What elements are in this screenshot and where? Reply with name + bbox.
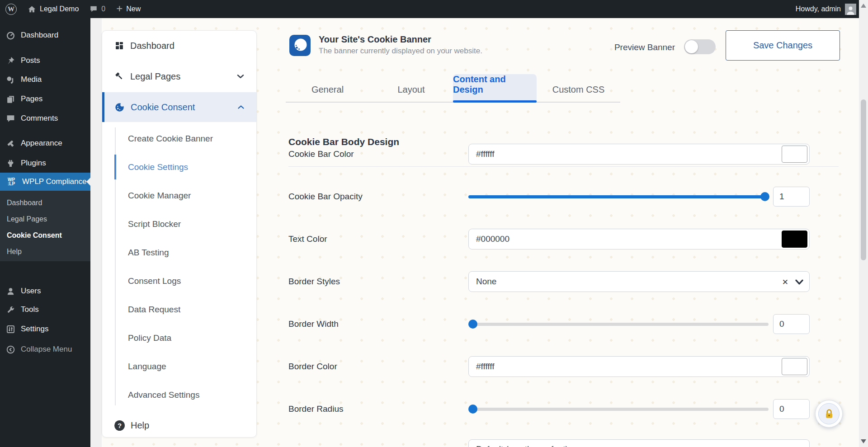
dashboard-gauge-icon bbox=[6, 31, 15, 40]
font-select-partial[interactable]: Default (use theme font) bbox=[468, 439, 810, 447]
tab-custom-css[interactable]: Custom CSS bbox=[537, 74, 620, 102]
site-name-link[interactable]: Legal Demo bbox=[22, 0, 84, 18]
padlock-icon bbox=[823, 408, 835, 420]
border-radius-slider[interactable] bbox=[468, 408, 769, 411]
sidebar-item-pages[interactable]: Pages bbox=[0, 89, 90, 108]
sidebar-item-users[interactable]: Users bbox=[0, 282, 90, 301]
text-color-swatch[interactable] bbox=[782, 231, 807, 248]
wplp-submenu-legal-pages[interactable]: Legal Pages bbox=[0, 211, 90, 227]
admin-sidebar-menu: Dashboard Posts Media Pages Comments App… bbox=[0, 18, 90, 447]
plugin-subnav-ab-testing[interactable]: AB Testing bbox=[102, 238, 256, 267]
sidebar-item-tools[interactable]: Tools bbox=[0, 300, 90, 319]
border-color-swatch[interactable] bbox=[782, 358, 807, 375]
cookie-bar-opacity-value[interactable]: 1 bbox=[773, 187, 810, 207]
gavel-icon bbox=[114, 71, 124, 81]
border-radius-value[interactable]: 0 bbox=[773, 399, 810, 419]
collapse-menu-button[interactable]: Collapse Menu bbox=[0, 340, 90, 359]
plugin-subnav-consent-logs[interactable]: Consent Logs bbox=[102, 267, 256, 295]
plugin-nav-dashboard[interactable]: Dashboard bbox=[102, 33, 256, 59]
tab-content-and-design[interactable]: Content and Design bbox=[453, 74, 537, 102]
scrollbar-thumb[interactable] bbox=[861, 99, 866, 260]
wplp-submenu-help[interactable]: Help bbox=[0, 244, 90, 260]
sidebar-item-media[interactable]: Media bbox=[0, 70, 90, 89]
home-icon bbox=[28, 5, 36, 14]
comments-icon bbox=[6, 114, 15, 123]
plugin-subnav-script-blocker[interactable]: Script Blocker bbox=[102, 210, 256, 238]
comments-bubble-link[interactable]: 0 bbox=[84, 0, 111, 18]
pages-icon bbox=[6, 94, 15, 104]
sidebar-item-posts[interactable]: Posts bbox=[0, 51, 90, 70]
plugin-subnav-data-request[interactable]: Data Request bbox=[102, 295, 256, 324]
cookie-bar-opacity-slider[interactable] bbox=[468, 195, 769, 198]
users-icon bbox=[6, 287, 15, 296]
pushpin-icon bbox=[6, 56, 15, 66]
preview-banner-label: Preview Banner bbox=[601, 42, 675, 52]
plugin-nav-legal-pages[interactable]: Legal Pages bbox=[102, 63, 256, 89]
cookie-bar-color-input[interactable]: #ffffff bbox=[468, 144, 810, 165]
cookie-banner-icon bbox=[289, 35, 311, 56]
cookie-bar-opacity-thumb[interactable] bbox=[760, 192, 769, 201]
plugin-subnav-cookie-settings[interactable]: Cookie Settings bbox=[102, 153, 256, 181]
sidebar-item-plugins[interactable]: Plugins bbox=[0, 154, 90, 173]
plugin-subnav-policy-data[interactable]: Policy Data bbox=[102, 324, 256, 352]
new-content-menu[interactable]: + New bbox=[111, 0, 146, 18]
chevron-down-icon bbox=[794, 277, 805, 287]
tab-layout[interactable]: Layout bbox=[369, 74, 453, 102]
account-menu[interactable]: Howdy, admin bbox=[796, 0, 856, 18]
save-changes-button[interactable]: Save Changes bbox=[726, 30, 840, 61]
preview-banner-toggle[interactable] bbox=[684, 39, 716, 54]
help-icon: ? bbox=[114, 420, 125, 431]
sidebar-item-comments[interactable]: Comments bbox=[0, 109, 90, 128]
wordpress-admin-screen: W Legal Demo 0 + New Howdy, admin bbox=[0, 0, 868, 447]
avatar bbox=[845, 4, 856, 15]
text-color-input[interactable]: #000000 bbox=[468, 229, 810, 249]
plus-icon: + bbox=[116, 4, 123, 13]
border-color-input[interactable]: #ffffff bbox=[468, 356, 810, 377]
chevron-up-icon bbox=[236, 103, 245, 112]
wrench-icon bbox=[6, 305, 15, 315]
cookie-bar-color-swatch[interactable] bbox=[782, 146, 807, 163]
tab-general[interactable]: General bbox=[286, 74, 369, 102]
sidebar-item-appearance[interactable]: Appearance bbox=[0, 134, 90, 153]
scrollbar-up-arrow[interactable] bbox=[861, 4, 866, 8]
slider-fill bbox=[468, 195, 769, 198]
wplp-submenu-dashboard[interactable]: Dashboard bbox=[0, 195, 90, 211]
border-width-value[interactable]: 0 bbox=[773, 314, 810, 334]
border-width-thumb[interactable] bbox=[468, 320, 477, 329]
plugin-nav-card: Dashboard Legal Pages Cookie Consent Cre… bbox=[102, 30, 257, 438]
paintbrush-icon bbox=[6, 139, 15, 148]
compliance-floating-button[interactable] bbox=[815, 400, 843, 428]
border-radius-label: Border Radius bbox=[288, 404, 343, 414]
wplp-logo-icon: WP:LP bbox=[6, 176, 17, 187]
border-radius-thumb[interactable] bbox=[468, 405, 477, 414]
settings-sliders-icon bbox=[6, 325, 15, 334]
sidebar-item-dashboard[interactable]: Dashboard bbox=[0, 26, 90, 45]
page-title: Your Site's Cookie Banner bbox=[319, 34, 431, 45]
sidebar-item-settings[interactable]: Settings bbox=[0, 320, 90, 339]
clear-selection-icon[interactable]: ✕ bbox=[782, 272, 788, 292]
cookie-bar-opacity-label: Cookie Bar Opacity bbox=[288, 192, 363, 202]
plugin-subnav-cookie-manager[interactable]: Cookie Manager bbox=[102, 181, 256, 210]
plugin-nav-cookie-consent[interactable]: Cookie Consent bbox=[102, 92, 256, 122]
wp-logo-menu[interactable]: W bbox=[0, 0, 22, 18]
plugin-nav-help[interactable]: ? Help bbox=[102, 413, 256, 438]
chevron-down-icon bbox=[236, 71, 245, 81]
scrollbar-down-arrow[interactable] bbox=[861, 439, 866, 443]
wordpress-logo-icon: W bbox=[5, 4, 17, 15]
wplp-submenu-cookie-consent[interactable]: Cookie Consent bbox=[0, 227, 90, 244]
border-styles-select[interactable]: None ✕ bbox=[468, 271, 810, 292]
plugin-subnav-language[interactable]: Language bbox=[102, 352, 256, 381]
text-color-label: Text Color bbox=[288, 234, 327, 244]
toggle-knob bbox=[685, 40, 698, 53]
active-tab-underline bbox=[453, 100, 537, 103]
sidebar-item-wplp-compliance[interactable]: WP:LP WPLP Compliance bbox=[0, 173, 90, 191]
comment-count: 0 bbox=[101, 5, 105, 13]
page-subtitle: The banner currently displayed on your w… bbox=[319, 47, 482, 56]
plugin-subnav-advanced-settings[interactable]: Advanced Settings bbox=[102, 381, 256, 409]
media-icon bbox=[6, 75, 15, 85]
border-width-label: Border Width bbox=[288, 319, 339, 329]
border-width-slider[interactable] bbox=[468, 323, 769, 326]
grid-icon bbox=[114, 41, 124, 51]
plugin-subnav-create-cookie-banner[interactable]: Create Cookie Banner bbox=[102, 124, 256, 153]
page-scrollbar bbox=[859, 0, 868, 447]
